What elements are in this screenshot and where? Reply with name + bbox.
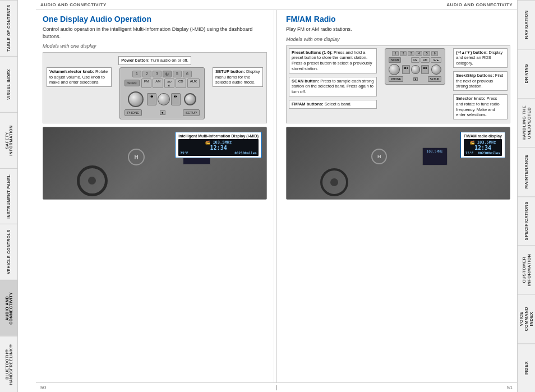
column-divider <box>276 10 277 382</box>
power-text: Turn audio on or off. <box>151 58 188 63</box>
track-buttons: ⏮ ⏭ <box>147 93 181 105</box>
page-divider-symbol: | <box>276 385 277 390</box>
fmam-screen-time: 12:34 <box>465 145 500 151</box>
steering-wheel <box>77 165 108 196</box>
preset-3[interactable]: 3 <box>153 71 162 77</box>
mini-scan[interactable]: SCAN <box>389 57 401 63</box>
tune-knob[interactable] <box>184 93 196 105</box>
fmam-screen-freq: 📻 103.5MHz <box>470 140 496 145</box>
left-tab-vehicle[interactable]: VEHICLE CONTROLS <box>0 224 17 280</box>
mini-p1[interactable]: 1 <box>392 51 399 56</box>
preset-1[interactable]: 1 <box>132 71 141 77</box>
mini-p6[interactable]: 6 <box>431 51 438 56</box>
imid-time: 12:34 <box>180 145 257 151</box>
left-tab-safety[interactable]: SAFETY INFORMATION <box>0 112 17 168</box>
preset-callout: Preset buttons (1-6): Press and hold a p… <box>289 48 377 73</box>
preset-6[interactable]: 6 <box>183 71 192 77</box>
header-left: AUDIO AND CONNECTIVITY <box>40 2 107 7</box>
sidebar-tab-voice[interactable]: VOICE COMMAND INDEX <box>518 294 535 343</box>
preset-5[interactable]: 5 <box>173 71 182 77</box>
rds-callout: (≡/▲/▼) button: Display and select an RD… <box>453 48 508 68</box>
mini-preset-row: 1 2 3 4 5 6 <box>389 51 441 56</box>
mini-p2[interactable]: 2 <box>400 51 407 56</box>
imid-label: Intelligent Multi-Information Display (i… <box>178 134 259 138</box>
mini-setup[interactable]: SETUP <box>428 76 442 82</box>
left-section-desc: Control audio operation in the intellige… <box>43 26 267 40</box>
phone-button[interactable]: PHONE <box>124 109 142 116</box>
sidebar-tab-customer[interactable]: CUSTOMER INFORMATION <box>518 245 535 294</box>
mini-nav[interactable]: ≫/▲ <box>431 57 441 63</box>
mini-p5[interactable]: 5 <box>423 51 430 56</box>
page-num-left: 50 <box>40 385 46 390</box>
left-tab-instrument[interactable]: INSTRUMENT PANEL <box>0 168 17 224</box>
nav-button[interactable]: ≫/▲ <box>164 79 174 88</box>
fmam-temp: 75°F <box>465 151 473 155</box>
sidebar-tab-maintenance[interactable]: MAINTENANCE <box>518 147 535 196</box>
setup-annotation: SETUP button: Display menu items for the… <box>213 67 263 87</box>
prev-track[interactable]: ⏮ <box>147 93 156 105</box>
left-tab-audio[interactable]: AUDIO AND CONNECTIVITY <box>0 280 17 336</box>
imid-temp: 75°F <box>180 151 188 155</box>
mini-center-knob[interactable] <box>411 65 420 74</box>
mini-fm[interactable]: FM <box>411 57 419 63</box>
page-footer: 50 | 51 <box>36 382 517 392</box>
volume-annotation: Volume/selector knob: Rotate to adjust v… <box>47 67 112 87</box>
mini-p4[interactable]: 4 <box>416 51 422 56</box>
fmam-screen-area: 103.5MHz <box>422 147 448 165</box>
right-section-subtitle: Models with one display <box>286 36 510 42</box>
down-arrow[interactable]: ▼ <box>160 110 165 115</box>
right-sidebar: NAVIGATION DRIVING HANDLING THE UNEXPECT… <box>517 0 535 392</box>
mini-p3[interactable]: 3 <box>408 51 414 56</box>
sidebar-tab-index[interactable]: INDEX <box>518 343 535 392</box>
next-track[interactable]: ⏭ <box>171 93 181 105</box>
preset-2[interactable]: 2 <box>142 71 151 77</box>
cd-button[interactable]: CD <box>176 79 186 88</box>
power-circle[interactable]: ⏻ <box>163 71 172 77</box>
fmam-freq-inner: 103.5MHz <box>423 148 447 154</box>
sidebar-tab-navigation[interactable]: NAVIGATION <box>518 0 535 49</box>
mini-tune-knob[interactable] <box>431 64 441 75</box>
center-panel: 1 2 3 4 5 6 SCAN FM <box>379 48 451 85</box>
aux-button[interactable]: AUX <box>187 79 200 88</box>
selector-callout: Selector knob: Press and rotate to tune … <box>453 94 508 119</box>
right-callouts: (≡/▲/▼) button: Display and select an RD… <box>453 48 508 121</box>
sidebar-tab-specifications[interactable]: SPECIFICATIONS <box>518 196 535 245</box>
center-knob[interactable] <box>158 93 170 105</box>
left-tab-toc[interactable]: TABLE OF CONTENTS <box>0 0 17 56</box>
mini-phone[interactable]: PHONE <box>389 76 403 82</box>
mini-down[interactable]: ▼ <box>413 77 418 81</box>
fmam-btn-label: FM/AM buttons: <box>292 102 324 107</box>
page-header: AUDIO AND CONNECTIVITY AUDIO AND CONNECT… <box>36 0 517 10</box>
left-tab-bluetooth[interactable]: BLUETOOTH® HANDSFREELINK® <box>0 336 17 392</box>
fm-button[interactable]: FM <box>141 79 152 88</box>
mini-next[interactable]: ⏭ <box>421 65 429 74</box>
bottom-row: PHONE ▼ SETUP <box>124 109 200 116</box>
mini-bottom-row: PHONE ▼ SETUP <box>389 76 441 82</box>
scan-label: SCAN button: <box>292 79 319 84</box>
fmam-odo: 002300miles <box>478 151 500 155</box>
mini-vol-knob[interactable] <box>389 64 400 75</box>
volume-knob[interactable] <box>128 91 144 107</box>
sidebar-tab-handling[interactable]: HANDLING THE UNEXPECTED <box>518 98 535 147</box>
right-section-desc: Play FM or AM radio stations. <box>286 26 510 33</box>
setup-label: SETUP button: <box>215 69 245 74</box>
mini-scan-row: SCAN FM AM ≫/▲ <box>389 57 441 63</box>
mini-am[interactable]: AM <box>421 57 430 63</box>
top-annotations: Power button: Turn audio on or off. <box>47 56 263 65</box>
scan-button[interactable]: SCAN <box>124 80 140 86</box>
fmam-diagram: Preset buttons (1-6): Press and hold a p… <box>286 45 510 124</box>
mini-prev[interactable]: ⏮ <box>402 65 410 74</box>
preset-label: Preset buttons (1-6): <box>292 50 333 55</box>
fmam-callout: FM/AM buttons: Select a band. <box>289 100 377 109</box>
setup-button[interactable]: SETUP <box>183 109 200 116</box>
fmam-panel: 1 2 3 4 5 6 SCAN FM <box>385 48 445 85</box>
left-section-subtitle: Models with one display <box>43 43 267 49</box>
fmam-callout-box: FM/AM radio display 📻 103.5MHz 12:34 75°… <box>460 132 505 158</box>
sidebar-tab-driving[interactable]: DRIVING <box>518 49 535 98</box>
left-column: One Display Audio Operation Control audi… <box>36 10 274 382</box>
imid-bottom: 75°F 002300miles <box>180 151 257 155</box>
left-tab-visual[interactable]: VISUAL INDEX <box>0 56 17 112</box>
am-button[interactable]: AM <box>153 79 163 88</box>
mini-track-btns: ⏮ ⏭ <box>402 65 429 74</box>
scan-callout: SCAN button: Press to sample each strong… <box>289 77 377 96</box>
